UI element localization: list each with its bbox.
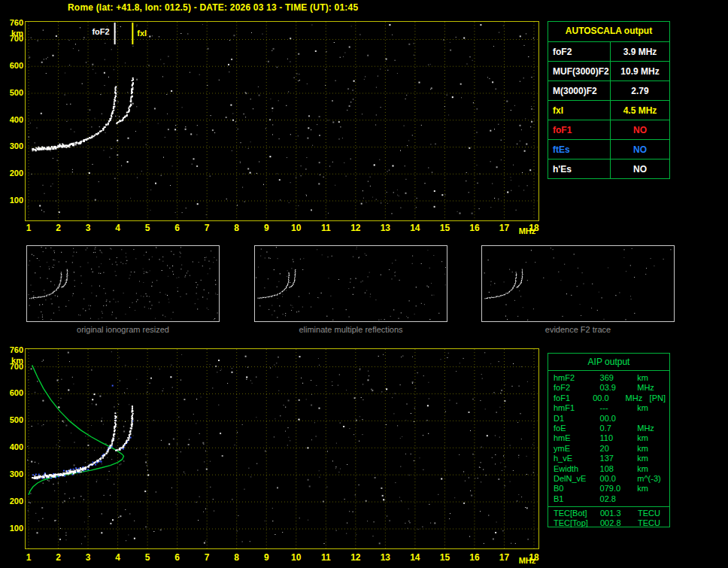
aip-row-DelNvE: DelN_vE00.0m^(-3) (548, 474, 669, 484)
aip-output-header: AIP output (548, 354, 669, 371)
autoscala-row-value: 10.9 MHz (610, 62, 669, 80)
x-tick-label: 6 (170, 223, 185, 233)
x-tick-label: 14 (408, 552, 423, 563)
aip-param-note (666, 414, 669, 424)
autoscala-row-hEs: h'EsNO (548, 159, 669, 178)
aip-param-unit: km (631, 454, 666, 463)
aip-param-note (666, 494, 669, 504)
autoscala-output-panel: AUTOSCALA output foF23.9 MHzMUF(3000)F21… (548, 21, 670, 179)
x-tick-label: 4 (111, 552, 126, 563)
aip-param-name: B0 (548, 484, 600, 494)
autoscala-row-MUF3000F2: MUF(3000)F210.9 MHz (548, 61, 669, 80)
y-tick-label: 300 (3, 141, 23, 150)
plot-bottom-canvas (26, 349, 538, 548)
aip-param-note (666, 383, 669, 393)
autoscala-row-value: NO (610, 159, 669, 178)
autoscala-row-value: 2.79 (610, 81, 669, 100)
x-tick-label: 6 (170, 552, 185, 563)
x-tick-label: 9 (259, 552, 274, 563)
x-tick-label: 17 (496, 552, 511, 563)
x-tick-label: 4 (111, 223, 126, 233)
aip-tec-name: TEC[Bot] (548, 509, 600, 518)
x-tick-label: 5 (140, 552, 155, 563)
aip-row-foE: foE0.7MHz (548, 424, 669, 433)
aip-output-panel: AIP output hmF2369kmfoF203.9MHzfoF100.0M… (548, 353, 670, 527)
aip-param-unit (631, 494, 666, 504)
foF2-marker-label: foF2 (92, 27, 109, 36)
aip-row-foF2: foF203.9MHz (548, 383, 669, 393)
ionogram-plot: foF2fxI (25, 21, 539, 221)
autoscala-row-value: 4.5 MHz (610, 101, 669, 120)
y-tick-label: 300 (3, 469, 23, 478)
aip-row-B1: B102.8 (548, 494, 669, 504)
aip-param-name: hmF1 (548, 403, 600, 413)
aip-param-note (666, 464, 669, 474)
x-tick-label: 13 (378, 552, 393, 563)
x-tick-label: 15 (437, 223, 452, 233)
x-tick-label: 12 (348, 552, 363, 563)
autoscala-row-label: h'Es (548, 159, 610, 178)
aip-param-name: B1 (548, 494, 600, 504)
autoscala-row-label: fxI (548, 101, 610, 120)
aip-param-note (666, 403, 669, 413)
x-tick-label: 5 (140, 223, 155, 233)
station-date-title: Rome (lat: +41.8, lon: 012.5) - DATE: 20… (68, 2, 358, 13)
x-tick-label: 16 (467, 223, 482, 233)
aip-param-note (666, 433, 669, 443)
autoscala-output-header: AUTOSCALA output (548, 22, 669, 41)
aip-param-unit: MHz (620, 393, 650, 403)
autoscala-row-foF1: foF1NO (548, 120, 669, 139)
aip-param-value: 02.8 (600, 494, 632, 504)
autoscala-row-value: NO (610, 120, 669, 139)
aip-param-note: [PN] (650, 393, 669, 403)
aip-param-value: --- (600, 403, 632, 413)
x-tick-label: 15 (437, 552, 452, 563)
aip-param-name: hmF2 (548, 373, 600, 383)
aip-param-name: hmE (548, 433, 600, 443)
y-tick-label: 760 (3, 345, 23, 354)
aip-tec-rows: TEC[Bot]001.3TECUTEC[Top]002.8TECU (548, 507, 669, 529)
aip-row-Ewidth: Ewidth108km (548, 464, 669, 474)
thumbnail-eliminate-reflections-canvas (255, 246, 447, 321)
y-tick-label: 500 (3, 88, 23, 97)
aip-param-value: 00.0 (600, 474, 632, 484)
aip-param-note (666, 474, 669, 484)
aip-rows: hmF2369kmfoF203.9MHzfoF100.0MHz[PN]hmF1-… (548, 371, 669, 504)
y-tick-label: 400 (3, 115, 23, 124)
autoscala-row-M3000F2: M(3000)F22.79 (548, 80, 669, 100)
thumbnail-caption: original ionogram resized (26, 325, 220, 334)
aip-param-name: ymE (548, 444, 600, 454)
thumbnail-original-ionogram (26, 245, 220, 322)
aip-row-hmF2: hmF2369km (548, 373, 669, 383)
aip-tec-name: TEC[Top] (548, 518, 600, 528)
x-tick-label: 2 (51, 552, 66, 563)
x-tick-label: 8 (229, 223, 244, 233)
km-unit-label: km (3, 29, 23, 38)
aip-param-unit: MHz (631, 424, 666, 433)
autoscala-row-foF2: foF23.9 MHz (548, 41, 669, 61)
aip-tec-unit: TECU (632, 518, 666, 528)
autoscala-row-ftEs: ftEsNO (548, 139, 669, 159)
autoscala-row-fxI: fxI4.5 MHz (548, 100, 669, 120)
autoscala-row-label: M(3000)F2 (548, 81, 610, 100)
thumbnail-evidence-f2-trace-canvas (482, 246, 674, 321)
aip-param-value: 0.7 (600, 424, 632, 433)
aip-tec-value: 001.3 (600, 509, 632, 518)
aip-param-name: foF2 (548, 383, 600, 393)
aip-param-value: 20 (600, 444, 632, 454)
y-tick-label: 400 (3, 442, 23, 451)
x-tick-label: 11 (318, 223, 333, 233)
aip-param-value: 00.0 (593, 393, 619, 403)
x-tick-label: 3 (80, 552, 96, 563)
aip-param-value: 369 (600, 373, 632, 383)
mhz-unit-label: MHz (514, 556, 540, 565)
x-tick-label: 10 (289, 223, 304, 233)
x-tick-label: 11 (318, 552, 333, 563)
x-tick-label: 17 (496, 223, 511, 233)
aip-param-value: 03.9 (600, 383, 632, 393)
y-tick-label: 600 (3, 388, 23, 397)
aip-param-name: h_vE (548, 454, 600, 463)
x-tick-label: 7 (199, 552, 214, 563)
thumbnail-caption: evidence F2 trace (481, 325, 675, 334)
x-tick-label: 7 (199, 223, 214, 233)
